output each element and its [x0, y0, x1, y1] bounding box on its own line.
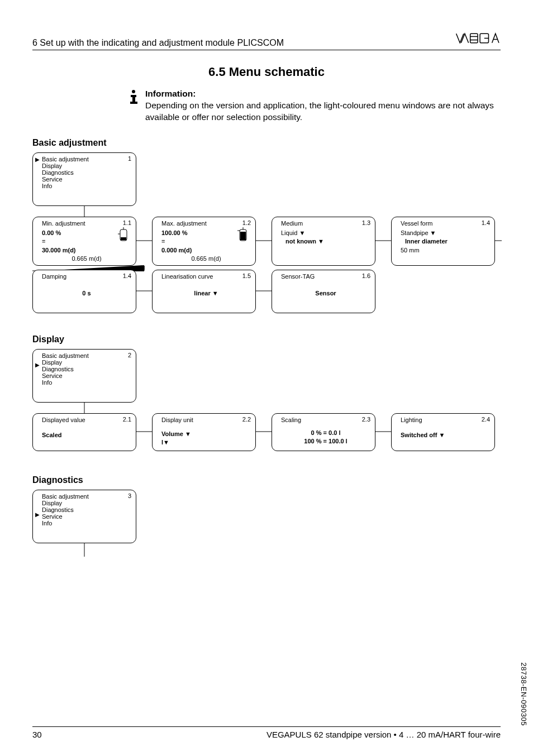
- box-number: 2: [128, 352, 131, 358]
- leaf-vessel-form: 1.4 Vessel form Standpipe ▼ Inner diamet…: [391, 217, 495, 266]
- page-footer: 30 VEGAPULS 62 standpipe version • 4 … 2…: [32, 726, 501, 739]
- value-line: Liquid ▼: [281, 229, 370, 237]
- diagram-diagnostics: 3 ▶ Basic adjustment Display Diagnostics…: [32, 490, 501, 562]
- menu-box-diagnostics: 3 ▶ Basic adjustment Display Diagnostics…: [32, 490, 136, 543]
- page-header: 6 Set up with the indicating and adjustm…: [32, 31, 501, 50]
- svg-rect-19: [121, 237, 126, 240]
- box-number: 1.4: [123, 272, 131, 279]
- leaf-linearisation-curve: 1.5 Linearisation curve linear ▼: [152, 270, 256, 313]
- value-line: 0.665 m(d): [42, 255, 131, 263]
- leaf-title: Min. adjustment: [42, 220, 131, 227]
- svg-rect-7: [132, 95, 135, 103]
- menu-item: Diagnostics: [42, 169, 131, 176]
- leaf-min-adjustment: 1.1 Min. adjustment 0.00 % = 30.000 m(d)…: [32, 217, 136, 266]
- leaf-damping: 1.4 Damping 0 s: [32, 270, 136, 313]
- leaf-lighting: 2.4 Lighting Switched off ▼: [391, 413, 495, 451]
- menu-item: Display: [42, 162, 131, 169]
- menu-box-display: 2 ▶ Basic adjustment Display Diagnostics…: [32, 349, 136, 403]
- diagram-basic-adjustment: 1 ▶ Basic adjustment Display Diagnostics…: [32, 152, 501, 320]
- menu-item: Service: [42, 513, 131, 520]
- diagram-display: 2 ▶ Basic adjustment Display Diagnostics…: [32, 349, 501, 461]
- leaf-title: Linearisation curve: [161, 273, 251, 280]
- leaf-display-unit: 2.2 Display unit Volume ▼ l▼: [152, 413, 256, 451]
- leaf-title: Displayed value: [42, 417, 131, 423]
- leaf-title: Max. adjustment: [161, 220, 251, 227]
- chapter-title: 6 Set up with the indicating and adjustm…: [32, 38, 284, 48]
- leaf-max-adjustment: 1.2 Max. adjustment 100.00 % = 0.000 m(d…: [152, 217, 256, 266]
- value-line: Volume ▼: [161, 430, 251, 438]
- information-body: Depending on the version and application…: [145, 101, 494, 122]
- box-number: 1.6: [362, 272, 370, 279]
- box-number: 2.3: [362, 416, 370, 423]
- value-center: Sensor: [281, 290, 370, 296]
- product-name: VEGAPULS 62 standpipe version • 4 … 20 m…: [266, 730, 501, 739]
- tank-high-icon: [236, 227, 250, 243]
- leaf-title: Vessel form: [401, 220, 490, 227]
- value-line: l▼: [161, 438, 251, 447]
- value-line: not known ▼: [285, 237, 370, 246]
- vega-logo: [455, 31, 501, 46]
- value-line: 0.000 m(d): [161, 246, 251, 255]
- box-number: 1.4: [482, 219, 490, 226]
- value-line: 50 mm: [401, 246, 490, 255]
- pointer-icon: ▶: [35, 362, 40, 368]
- box-number: 1: [128, 155, 131, 162]
- leaf-scaling: 2.3 Scaling 0 % = 0.0 l 100 % = 100.0 l: [272, 413, 375, 451]
- menu-item: Display: [42, 359, 131, 366]
- value-line: 30.000 m(d): [42, 246, 131, 255]
- leaf-medium: 1.3 Medium Liquid ▼ not known ▼: [272, 217, 375, 266]
- leaf-title: Lighting: [401, 417, 490, 423]
- document-code: 28738-EN-090305: [520, 662, 528, 726]
- leaf-title: Medium: [281, 220, 370, 227]
- box-number: 1.1: [123, 219, 131, 226]
- menu-box-basic: 1 ▶ Basic adjustment Display Diagnostics…: [32, 152, 136, 206]
- pointer-icon: ▶: [35, 511, 40, 518]
- svg-point-5: [132, 90, 135, 93]
- box-number: 3: [128, 492, 131, 499]
- tank-low-icon: [117, 227, 130, 243]
- svg-rect-23: [240, 232, 246, 240]
- value-line: Switched off ▼: [401, 431, 490, 439]
- leaf-title: Display unit: [161, 417, 251, 423]
- value-line: 0.665 m(d): [161, 255, 251, 263]
- leaf-title: Scaling: [281, 417, 370, 423]
- leaf-title: Sensor-TAG: [281, 273, 370, 280]
- box-number: 1.2: [242, 219, 251, 226]
- information-block: Information: Depending on the version an…: [127, 88, 501, 123]
- value-line: 0 % = 0.0 l: [281, 429, 370, 437]
- info-icon: [127, 89, 140, 104]
- menu-item: Display: [42, 500, 131, 506]
- pointer-icon: ▶: [35, 156, 40, 162]
- menu-item: Basic adjustment: [42, 352, 131, 359]
- menu-item: Info: [42, 379, 131, 386]
- value-center: linear ▼: [161, 290, 251, 296]
- value-line: Inner diameter: [405, 237, 490, 246]
- value-line: Scaled: [42, 431, 131, 439]
- box-number: 2.2: [242, 416, 251, 423]
- menu-item: Basic adjustment: [42, 156, 131, 162]
- subsection-display: Display: [32, 334, 501, 344]
- svg-rect-8: [130, 102, 137, 104]
- information-text: Information: Depending on the version an…: [145, 88, 501, 123]
- leaf-displayed-value: 2.1 Displayed value Scaled: [32, 413, 136, 451]
- information-heading: Information:: [145, 89, 196, 98]
- value-line: Standpipe ▼: [401, 229, 490, 237]
- leaf-title: Damping: [42, 273, 131, 280]
- box-number: 2.1: [123, 416, 131, 423]
- box-number: 1.3: [362, 219, 370, 226]
- value-line: 100 % = 100.0 l: [281, 437, 370, 446]
- section-title: 6.5 Menu schematic: [32, 65, 501, 79]
- menu-item: Diagnostics: [42, 366, 131, 372]
- value-center: 0 s: [42, 290, 131, 296]
- box-number: 2.4: [482, 416, 490, 423]
- menu-item: Info: [42, 183, 131, 189]
- menu-item: Service: [42, 176, 131, 183]
- box-number: 1.5: [242, 272, 251, 279]
- page-number: 30: [32, 730, 42, 739]
- menu-item: Diagnostics: [42, 506, 131, 513]
- menu-item: Service: [42, 372, 131, 379]
- subsection-diagnostics: Diagnostics: [32, 475, 501, 485]
- leaf-sensor-tag: 1.6 Sensor-TAG Sensor: [272, 270, 375, 313]
- menu-item: Info: [42, 520, 131, 527]
- subsection-basic-adjustment: Basic adjustment: [32, 138, 501, 148]
